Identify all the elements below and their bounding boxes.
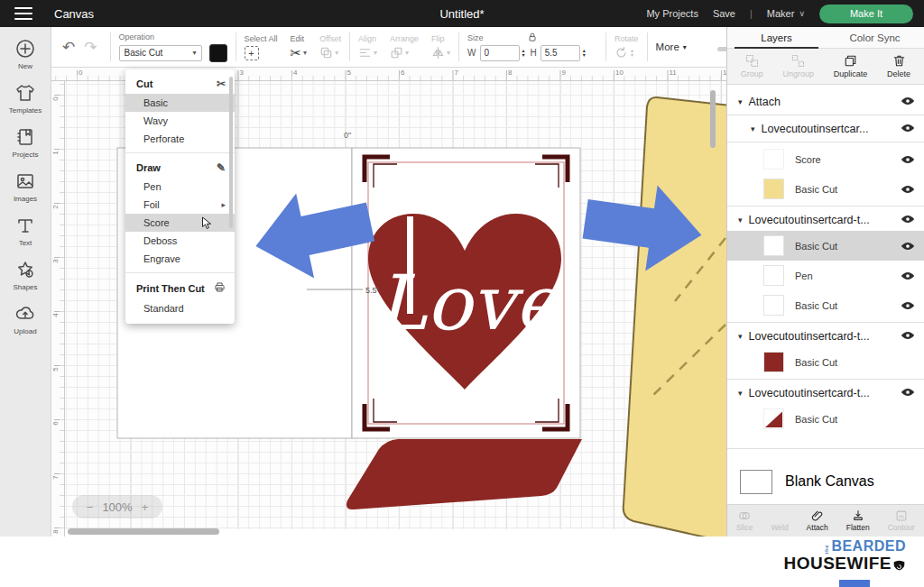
sidebar-item-shapes[interactable]: Shapes <box>0 259 51 291</box>
flatten-button[interactable]: Flatten <box>846 509 870 532</box>
eye-visibility-icon[interactable] <box>901 298 915 314</box>
layer-swatch <box>763 295 784 316</box>
layer-row-basic-cut-triangle[interactable]: Basic Cut <box>727 404 924 434</box>
sidebar-item-new[interactable]: New <box>0 38 51 70</box>
sidebar-item-label: Shapes <box>13 283 37 291</box>
pencil-icon: ✎ <box>217 161 226 174</box>
horizontal-scrollbar[interactable] <box>68 528 219 535</box>
caret-down-icon[interactable]: ▾ <box>751 124 755 133</box>
layer-row-blank-canvas[interactable]: Blank Canvas <box>727 462 924 501</box>
sidebar-item-text[interactable]: Text <box>0 215 51 247</box>
menu-item-perforate[interactable]: Perforate <box>125 130 235 148</box>
layer-tools-bar: Slice Weld Attach Flatten Contour <box>727 504 924 537</box>
zoom-out-button[interactable]: − <box>87 500 94 514</box>
layer-row-basic-cut-yellow[interactable]: Basic Cut <box>727 174 924 204</box>
page-title: Canvas <box>54 7 94 21</box>
envelope-shape[interactable] <box>624 97 726 537</box>
slice-button[interactable]: Slice <box>736 509 753 532</box>
edit-button[interactable]: ✂ ▾ <box>291 46 308 60</box>
redo-button[interactable]: ↷ <box>79 40 101 55</box>
layer-group-lovecutout-4[interactable]: ▾ Lovecutoutinsertcard-t... <box>727 381 924 404</box>
sidebar-item-templates[interactable]: Templates <box>0 82 51 115</box>
caret-down-icon[interactable]: ▾ <box>738 97 743 106</box>
vertical-scrollbar[interactable] <box>710 90 716 148</box>
layer-row-basic-cut-selected[interactable]: Basic Cut <box>727 231 924 261</box>
ungroup-button[interactable]: Ungroup <box>783 54 815 78</box>
sidebar-item-label: Upload <box>14 327 36 335</box>
menu-item-engrave[interactable]: Engrave <box>125 250 235 268</box>
eye-visibility-icon[interactable] <box>901 268 915 284</box>
zoom-control: − 100% + <box>72 495 162 518</box>
contour-button[interactable]: Contour <box>888 509 915 532</box>
menu-item-standard[interactable]: Standard <box>125 299 235 317</box>
caret-down-icon[interactable]: ▾ <box>738 389 743 398</box>
more-button[interactable]: More ▾ <box>656 41 687 52</box>
tab-layers[interactable]: Layers <box>727 27 826 48</box>
sidebar-item-images[interactable]: Images <box>0 170 51 203</box>
eye-visibility-icon[interactable] <box>901 96 915 108</box>
caret-down-icon[interactable]: ▾ <box>738 332 743 341</box>
layer-row-label: Basic Cut <box>795 414 837 425</box>
layer-row-pen[interactable]: Pen <box>727 261 924 290</box>
menu-item-score[interactable]: Score <box>125 214 235 232</box>
height-stepper[interactable]: ▴▾ <box>583 49 586 58</box>
menu-scrollbar[interactable] <box>229 77 233 228</box>
document-title[interactable]: Untitled* <box>439 7 484 21</box>
sidebar-item-projects[interactable]: Projects <box>0 126 51 159</box>
select-all-button[interactable]: + <box>245 46 278 60</box>
trash-icon <box>892 54 906 68</box>
make-it-button[interactable]: Make It <box>819 5 913 23</box>
rotate-button[interactable]: ▴▾ <box>614 46 639 60</box>
zoom-in-button[interactable]: + <box>142 500 149 514</box>
layer-row-basic-cut-red[interactable]: Basic Cut <box>727 347 924 377</box>
layers-panel: Layers Color Sync Group Ungroup Duplicat… <box>726 27 924 537</box>
eye-visibility-icon[interactable] <box>901 238 915 254</box>
menu-item-basic[interactable]: Basic <box>125 94 235 112</box>
width-input[interactable] <box>480 45 520 61</box>
delete-button[interactable]: Delete <box>887 54 910 78</box>
caret-down-icon: ▾ <box>303 49 307 57</box>
menu-item-wavy[interactable]: Wavy <box>125 112 235 130</box>
lock-icon[interactable] <box>527 30 538 46</box>
eye-visibility-icon[interactable] <box>901 151 915 168</box>
love-text[interactable]: Love <box>375 259 563 347</box>
layer-group-lovecutout-1[interactable]: ▾ Lovecutoutinsertcar... <box>727 117 924 140</box>
offset-button[interactable]: ▾ <box>319 46 341 60</box>
tab-color-sync[interactable]: Color Sync <box>826 27 924 48</box>
width-stepper[interactable]: ▴▾ <box>522 49 525 58</box>
operation-select[interactable]: Basic Cut ▾ <box>119 45 202 61</box>
layer-group-attach[interactable]: ▾ Attach <box>727 90 924 113</box>
eye-visibility-icon[interactable] <box>901 330 915 343</box>
edit-label: Edit <box>291 34 308 43</box>
rotate-stepper[interactable]: ▴▾ <box>631 49 633 58</box>
machine-selector[interactable]: Maker ∨ <box>767 8 805 19</box>
operation-color-swatch[interactable] <box>209 44 227 62</box>
align-button[interactable]: ▾ <box>358 46 377 60</box>
eye-visibility-icon[interactable] <box>901 214 915 226</box>
layer-row-score[interactable]: Score <box>727 144 924 174</box>
height-input[interactable] <box>541 45 580 61</box>
layer-group-lovecutout-3[interactable]: ▾ Lovecutoutinsertcard-t... <box>727 325 924 347</box>
menu-item-pen[interactable]: Pen <box>125 178 235 196</box>
layer-row-basic-cut-white[interactable]: Basic Cut <box>727 290 924 320</box>
bearded-housewife-logo: the BEARDED HOUSEWIFE <box>783 539 906 573</box>
sidebar-item-upload[interactable]: Upload <box>0 303 51 335</box>
undo-button[interactable]: ↶ <box>58 40 79 55</box>
save-link[interactable]: Save <box>713 8 735 19</box>
attach-button[interactable]: Attach <box>807 509 828 532</box>
insert-shape[interactable] <box>346 439 582 509</box>
menu-item-deboss[interactable]: Deboss <box>125 232 235 250</box>
eye-visibility-icon[interactable] <box>901 123 915 135</box>
caret-down-icon[interactable]: ▾ <box>738 216 743 225</box>
my-projects-link[interactable]: My Projects <box>646 8 698 19</box>
group-button[interactable]: Group <box>741 54 763 78</box>
menu-item-foil[interactable]: Foil ▸ <box>125 196 235 214</box>
duplicate-button[interactable]: Duplicate <box>834 54 868 78</box>
weld-button[interactable]: Weld <box>771 509 788 532</box>
arrange-button[interactable]: ▾ <box>390 46 419 60</box>
eye-visibility-icon[interactable] <box>901 387 915 399</box>
layer-group-lovecutout-2[interactable]: ▾ Lovecutoutinsertcard-t... <box>727 208 924 231</box>
flip-button[interactable]: ▾ <box>431 46 450 60</box>
hamburger-menu-icon[interactable] <box>14 7 32 20</box>
eye-visibility-icon[interactable] <box>901 181 915 197</box>
